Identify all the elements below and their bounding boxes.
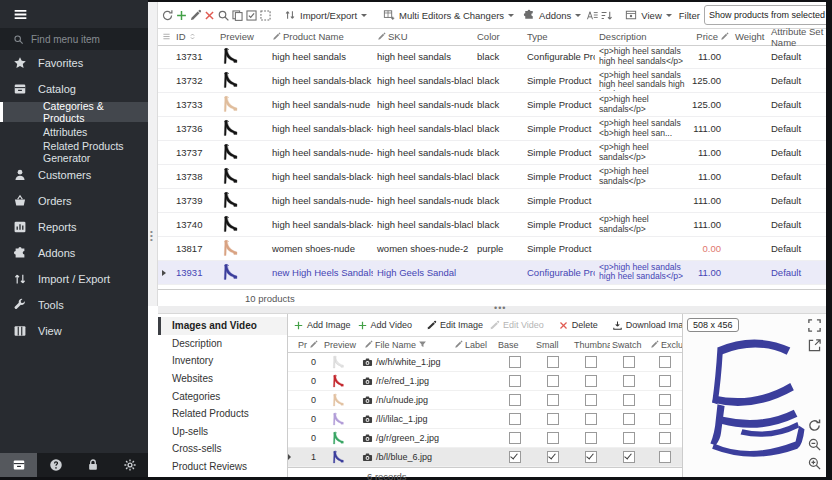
column-header-preview[interactable]: Preview bbox=[322, 340, 362, 350]
product-row-13736[interactable]: 13736high heel sandals-black-36high heel… bbox=[158, 117, 826, 141]
addons-menu[interactable]: Addons bbox=[519, 5, 585, 25]
tab-cross-sells[interactable]: Cross-sells bbox=[158, 440, 287, 458]
filter-select[interactable]: Show products from selected categories bbox=[704, 5, 826, 25]
download-image-button[interactable]: Download Image bbox=[610, 320, 682, 331]
rotate-button[interactable] bbox=[807, 418, 822, 433]
base-checkbox[interactable] bbox=[496, 375, 534, 387]
refresh-button[interactable] bbox=[161, 5, 174, 25]
thumbnail-checkbox[interactable] bbox=[572, 394, 610, 406]
image-row-n-u-nude-jpg[interactable]: 0/n/u/nude.jpg bbox=[288, 391, 682, 410]
thumbnail-checkbox[interactable] bbox=[572, 375, 610, 387]
thumbnail-checkbox[interactable] bbox=[572, 356, 610, 368]
sidebar-item-favorites[interactable]: Favorites bbox=[0, 50, 148, 76]
sidebar-item-orders[interactable]: Orders bbox=[0, 188, 148, 214]
exclude-checkbox[interactable] bbox=[648, 394, 682, 406]
column-header-base[interactable]: Base bbox=[496, 340, 534, 350]
column-header-id[interactable]: ID bbox=[172, 31, 216, 42]
column-header-weight[interactable]: Weight bbox=[731, 31, 767, 42]
product-row-13733[interactable]: 13733high heel sandals-nudehigh heel san… bbox=[158, 93, 826, 117]
tab-websites[interactable]: Websites bbox=[158, 370, 287, 388]
sidebar-item-import-export[interactable]: Import / Export bbox=[0, 266, 148, 292]
column-header-position[interactable]: Pr bbox=[296, 340, 322, 350]
add-video-button[interactable]: Add Video bbox=[355, 320, 414, 331]
column-header-color[interactable]: Color bbox=[473, 31, 523, 42]
column-header-exclude[interactable]: Exclude bbox=[648, 340, 682, 350]
footer-gear-button[interactable] bbox=[111, 453, 148, 477]
thumbnail-checkbox[interactable] bbox=[572, 432, 610, 444]
sidebar-item-addons[interactable]: Addons bbox=[0, 240, 148, 266]
product-row-13737[interactable]: 13737high heel sandals-nude-36high heel … bbox=[158, 141, 826, 165]
add-product-button[interactable] bbox=[175, 5, 188, 25]
search-button[interactable] bbox=[217, 5, 230, 25]
column-header-product-name[interactable]: Product Name bbox=[268, 31, 373, 42]
exclude-checkbox[interactable] bbox=[648, 413, 682, 425]
delete-product-button[interactable] bbox=[203, 5, 216, 25]
thumbnail-checkbox[interactable] bbox=[572, 451, 610, 463]
column-header-sku[interactable]: SKU bbox=[373, 31, 473, 42]
copy-button[interactable] bbox=[231, 5, 244, 25]
small-checkbox[interactable] bbox=[534, 394, 572, 406]
thumbnail-checkbox[interactable] bbox=[572, 413, 610, 425]
product-row-13817[interactable]: 13817women shoes-nudewomen shoes-nude-2p… bbox=[158, 237, 826, 261]
product-row-13731[interactable]: 13731high heel sandalshigh heel sandalsb… bbox=[158, 45, 826, 69]
product-row-13740[interactable]: 13740high heel sandals-black-38high heel… bbox=[158, 213, 826, 237]
product-row-13732[interactable]: 13732high heel sandals-blackhigh heel sa… bbox=[158, 69, 826, 93]
sidebar-item-catalog[interactable]: Catalog bbox=[0, 76, 148, 102]
column-header-small[interactable]: Small bbox=[534, 340, 572, 350]
small-checkbox[interactable] bbox=[534, 356, 572, 368]
add-image-button[interactable]: Add Image bbox=[291, 320, 353, 331]
product-row-13739[interactable]: 13739high heel sandals-nude-37high heel … bbox=[158, 189, 826, 213]
swatch-checkbox[interactable] bbox=[610, 356, 648, 368]
sidebar-item-tools[interactable]: Tools bbox=[0, 292, 148, 318]
small-checkbox[interactable] bbox=[534, 451, 572, 463]
hamburger-button[interactable] bbox=[0, 0, 148, 28]
column-header-swatch[interactable]: Swatch bbox=[610, 340, 648, 350]
base-checkbox[interactable] bbox=[496, 356, 534, 368]
tab-up-sells[interactable]: Up-sells bbox=[158, 423, 287, 441]
exclude-checkbox[interactable] bbox=[648, 356, 682, 368]
footer-lock-button[interactable] bbox=[74, 453, 111, 477]
translate-button[interactable] bbox=[586, 5, 599, 25]
selection-box-button[interactable] bbox=[259, 5, 272, 25]
row-expander[interactable] bbox=[158, 267, 172, 278]
swatch-checkbox[interactable] bbox=[610, 375, 648, 387]
sidebar-item-attributes[interactable]: Attributes bbox=[0, 122, 148, 142]
sidebar-item-reports[interactable]: Reports bbox=[0, 214, 148, 240]
column-header-thumbna[interactable]: Thumbna bbox=[572, 340, 610, 350]
sidebar-item-customers[interactable]: Customers bbox=[0, 162, 148, 188]
exclude-checkbox[interactable] bbox=[648, 432, 682, 444]
tab-related-products[interactable]: Related Products bbox=[158, 405, 287, 423]
vertical-splitter[interactable]: ••• bbox=[148, 2, 158, 306]
horizontal-splitter[interactable]: ••• bbox=[158, 306, 826, 314]
image-row-l-i-lilac-1-jpg[interactable]: 0/l/i/lilac_1.jpg bbox=[288, 410, 682, 429]
import-export-menu[interactable]: Import/Export bbox=[280, 5, 371, 25]
product-row-13738[interactable]: 13738high heel sandals-black-37high heel… bbox=[158, 165, 826, 189]
tab-description[interactable]: Description bbox=[158, 335, 287, 353]
sidebar-item-related-products-generator[interactable]: Related Products Generator bbox=[0, 142, 148, 162]
column-header-file-name[interactable]: File Name bbox=[362, 340, 452, 350]
tab-images-and-video[interactable]: Images and Video bbox=[158, 317, 287, 335]
marker-column-header[interactable] bbox=[158, 32, 172, 41]
swatch-checkbox[interactable] bbox=[610, 451, 648, 463]
footer-help-button[interactable] bbox=[37, 453, 74, 477]
column-header-label[interactable]: Label bbox=[452, 340, 496, 350]
select-checkbox-button[interactable] bbox=[245, 5, 258, 25]
column-header-type[interactable]: Type bbox=[523, 31, 595, 42]
column-header-preview[interactable]: Preview bbox=[216, 31, 268, 42]
small-checkbox[interactable] bbox=[534, 375, 572, 387]
sort-button[interactable] bbox=[600, 5, 613, 25]
base-checkbox[interactable] bbox=[496, 432, 534, 444]
image-row-r-e-red-1-jpg[interactable]: 0/r/e/red_1.jpg bbox=[288, 372, 682, 391]
fullscreen-button[interactable] bbox=[807, 318, 822, 333]
zoom-out-button[interactable] bbox=[807, 437, 822, 452]
delete-button[interactable]: Delete bbox=[556, 320, 600, 331]
tab-categories[interactable]: Categories bbox=[158, 387, 287, 405]
base-checkbox[interactable] bbox=[496, 451, 534, 463]
sidebar-search[interactable]: Find menu item bbox=[0, 28, 148, 50]
tab-inventory[interactable]: Inventory bbox=[158, 352, 287, 370]
multi-editors-menu[interactable]: Multi Editors & Changers bbox=[379, 5, 518, 25]
row-expander[interactable] bbox=[288, 452, 296, 462]
column-header-price[interactable]: Price bbox=[685, 31, 731, 42]
swatch-checkbox[interactable] bbox=[610, 432, 648, 444]
image-row-g-r-green-2-jpg[interactable]: 0/g/r/green_2.jpg bbox=[288, 429, 682, 448]
